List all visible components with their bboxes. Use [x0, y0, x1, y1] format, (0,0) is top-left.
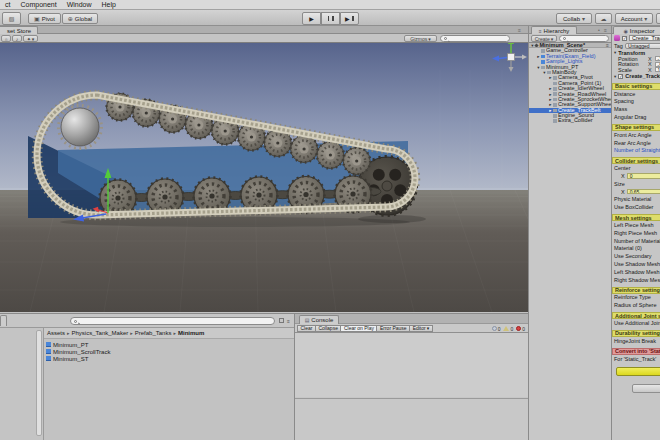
menu-bar: ctComponentWindowHelp	[0, 0, 660, 10]
chevron-down-icon: ▾	[32, 36, 35, 42]
prefab-icon	[46, 356, 51, 361]
scene-viewport[interactable]	[0, 43, 528, 312]
gizmos-dropdown-button[interactable]: Gizmos ▾	[404, 35, 437, 42]
value-field[interactable]: -1.5	[655, 56, 660, 61]
add-component-button[interactable]: Add Component	[632, 384, 660, 393]
console-log-list[interactable]	[295, 333, 528, 397]
project-item[interactable]: Minimum_ST	[46, 355, 292, 362]
project-tab-partial[interactable]	[0, 315, 7, 326]
inspector-panel: ✓ Create_TrackBelt Tag Untagged ▾ ▾ Tran…	[612, 34, 660, 440]
inspector-property-label: Radius of Sphere	[612, 301, 660, 309]
value-field[interactable]: 0	[627, 173, 660, 179]
collab-label: Collab	[563, 16, 580, 22]
step-button[interactable]: ▶	[340, 12, 359, 25]
tab-console[interactable]: ▤ Console	[299, 315, 339, 324]
hierarchy-item-label: Extra_Collider	[558, 118, 593, 123]
menu-item-help[interactable]: Help	[97, 1, 121, 8]
hierarchy-item[interactable]: Extra_Collider	[529, 118, 611, 123]
scene-search-input[interactable]	[440, 35, 510, 42]
collab-button[interactable]: Collab ▾	[556, 13, 592, 24]
project-item[interactable]: Minimum_ScrollTrack	[46, 348, 292, 355]
inspector-property-label: Front Arc Angle	[612, 131, 660, 139]
warning-icon	[503, 326, 509, 331]
convert-button[interactable]: Update	[616, 367, 660, 376]
menu-item-component[interactable]: Component	[15, 1, 61, 8]
pivot-toggle-button[interactable]: ▣ Pivot	[28, 13, 61, 24]
lock-icon[interactable]: •	[598, 26, 600, 34]
project-search-input[interactable]	[70, 317, 275, 325]
panel-menu-icon[interactable]: ≡	[604, 26, 607, 34]
breadcrumb-item[interactable]: Physics_Tank_Maker	[72, 330, 129, 336]
hierarchy-create-button[interactable]: Create ▾	[531, 35, 557, 42]
inspector-property-label: Use Secondary	[612, 252, 660, 260]
inspector-property-label: Distance	[612, 90, 660, 98]
value-field[interactable]: 0.65	[627, 189, 660, 195]
breadcrumb-item[interactable]: Assets	[47, 330, 65, 336]
pause-button[interactable]	[321, 12, 340, 25]
active-checkbox[interactable]: ✓	[622, 36, 627, 41]
console-button-clear-on-play[interactable]: Clear on Play	[340, 325, 377, 332]
tag-label: Tag	[614, 43, 623, 49]
tag-dropdown[interactable]: Untagged ▾	[625, 43, 660, 49]
inspector-property-label: Spacing	[612, 98, 660, 106]
project-item-label: Minimum_ST	[53, 356, 88, 362]
breadcrumb: Assets▸Physics_Tank_Maker▸Prefab_Tanks▸M…	[44, 328, 294, 339]
tab-inspector[interactable]: ◉ Inspector	[613, 26, 660, 34]
project-item[interactable]: Minimum_PT	[46, 341, 292, 348]
global-toggle-button[interactable]: ⊕ Global	[62, 13, 98, 24]
inspector-link[interactable]: Number of Straight	[612, 147, 660, 155]
console-badge-error[interactable]: 0	[516, 326, 525, 332]
layers-button-partial[interactable]	[656, 13, 660, 24]
scene-menu-icon[interactable]: ≡	[518, 26, 521, 34]
menu-item-ct[interactable]: ct	[0, 1, 15, 8]
breadcrumb-separator-icon: ▸	[130, 330, 133, 336]
audio-icon: ♪	[16, 36, 19, 42]
console-button-editor[interactable]: Editor▾	[409, 325, 433, 332]
cloud-button[interactable]: ☁	[595, 13, 612, 24]
tab-hierarchy[interactable]: ≡ Hierarchy	[531, 26, 577, 34]
divider[interactable]	[528, 26, 529, 440]
divider[interactable]	[611, 26, 612, 440]
audio-toggle-button[interactable]: ♪	[12, 35, 22, 42]
script-component-header[interactable]: ▾ ✓ Create_TrackBelt (Script)	[612, 73, 660, 80]
gameobject-icon	[553, 119, 557, 123]
breadcrumb-item[interactable]: Prefab_Tanks	[135, 330, 172, 336]
chevron-down-icon: ▾	[582, 15, 585, 22]
scrollbar-thumb[interactable]	[36, 330, 42, 436]
idler-wheel-sphere[interactable]	[61, 108, 99, 146]
badge-count: 0	[522, 326, 525, 332]
transform-tool-button[interactable]: ▧	[2, 12, 21, 25]
inspector-section-header: Additional Joint settings	[612, 312, 660, 319]
value-field[interactable]: -90	[655, 62, 660, 67]
inspector-section-header: Shape settings	[612, 124, 660, 131]
pivot-label: Pivot	[42, 16, 55, 22]
play-button[interactable]: ▶	[302, 12, 321, 25]
console-badge-info[interactable]: 0	[492, 326, 501, 332]
breadcrumb-item[interactable]: Minimum	[178, 330, 204, 336]
hierarchy-search-input[interactable]	[559, 35, 609, 42]
transform-property-label: Scale	[618, 67, 646, 73]
console-button-error-pause[interactable]: Error Pause	[376, 325, 410, 332]
component-checkbox[interactable]: ✓	[618, 74, 623, 79]
effects-dropdown-button[interactable]: ✦▾	[23, 35, 38, 42]
search-icon	[563, 37, 566, 40]
inspector-property-label: Use Additional Joint	[612, 319, 660, 327]
console-button-clear[interactable]: Clear	[297, 325, 316, 332]
account-button[interactable]: Account ▾	[615, 13, 653, 24]
value-field[interactable]: 1	[655, 67, 660, 72]
lock-icon[interactable]	[279, 318, 284, 323]
inspector-property-label: Left Shadow Mesh	[612, 268, 660, 276]
inspector-property-label: Use BoxCollider	[612, 203, 660, 211]
console-badge-warning[interactable]: 0	[503, 326, 513, 332]
gameobject-icon	[553, 98, 557, 102]
inspector-tab-label: Inspector	[630, 28, 655, 34]
tab-asset-store[interactable]: set Store	[0, 26, 38, 34]
console-tab-strip: ▤ Console	[295, 314, 528, 324]
gizmo-y-cone	[508, 43, 514, 44]
name-field[interactable]: Create_TrackBelt	[629, 35, 660, 41]
menu-item-window[interactable]: Window	[62, 1, 97, 8]
lighting-toggle-button[interactable]: ☼	[1, 35, 11, 42]
inspector-property-label: Mass	[612, 105, 660, 113]
console-button-collapse[interactable]: Collapse	[315, 325, 341, 332]
panel-menu-icon[interactable]: ≡	[287, 318, 290, 324]
